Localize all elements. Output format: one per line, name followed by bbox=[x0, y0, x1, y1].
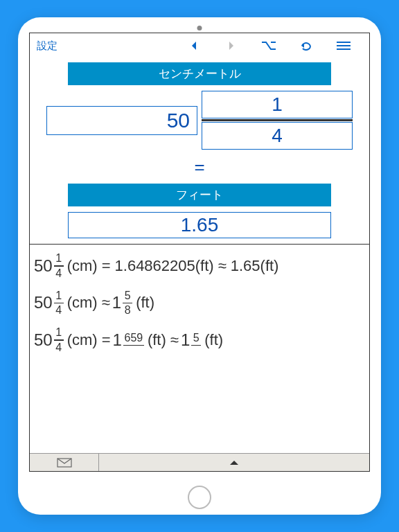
relation-symbol: = bbox=[102, 258, 111, 274]
decimal-value: 1.64862205(ft) bbox=[115, 258, 214, 274]
bottom-bar bbox=[30, 453, 369, 471]
whole-number-input[interactable]: 50 bbox=[46, 106, 197, 135]
denominator-input[interactable]: 4 bbox=[202, 122, 353, 150]
relation-symbol: ≈ bbox=[170, 332, 179, 348]
relation-symbol: ≈ bbox=[102, 294, 110, 311]
triangle-up-icon bbox=[229, 460, 239, 466]
input-row: 50 1 4 bbox=[37, 91, 362, 150]
caret-left-icon bbox=[190, 41, 197, 51]
denominator-value: 4 bbox=[55, 268, 62, 279]
denominator-value: 8 bbox=[125, 305, 131, 316]
numerator-value: 1 bbox=[55, 290, 62, 301]
mixed-fraction: 50 1 4 bbox=[34, 327, 65, 353]
settings-button[interactable]: 設定 bbox=[37, 39, 57, 53]
fraction-bar bbox=[54, 265, 64, 267]
mixed-fraction: 50 1 4 bbox=[34, 290, 65, 317]
fraction-bar bbox=[123, 345, 144, 346]
mixed-fraction: 1 659 bbox=[113, 331, 145, 349]
equals-sign: = bbox=[37, 157, 362, 178]
history-line: 50 1 4 (cm) ≈ 1 5 8 ( bbox=[34, 290, 365, 317]
result-output[interactable]: 1.65 bbox=[68, 212, 331, 238]
numerator-value: 659 bbox=[125, 332, 143, 344]
mixed-fraction: 1 5 8 bbox=[112, 290, 134, 317]
fraction-part: 5 8 bbox=[123, 290, 132, 317]
envelope-icon bbox=[57, 458, 72, 468]
undo-button[interactable] bbox=[287, 35, 325, 57]
denominator-value: 4 bbox=[55, 342, 62, 353]
whole-value: 1 bbox=[113, 331, 122, 349]
conversion-panel: センチメートル 50 1 4 = フィート 1.65 bbox=[30, 58, 369, 244]
home-button[interactable] bbox=[188, 486, 211, 509]
expand-panel-button[interactable] bbox=[99, 454, 369, 471]
fraction-bar bbox=[54, 303, 64, 304]
hamburger-menu-icon bbox=[337, 42, 351, 50]
camera-dot bbox=[197, 26, 202, 30]
history-panel: 50 1 4 (cm) = 1.64862205(ft) ≈ 1.65(ft) … bbox=[30, 244, 369, 453]
fraction-bar bbox=[54, 339, 64, 341]
unit-label: (cm) bbox=[67, 258, 98, 274]
unit-label: (ft) bbox=[148, 332, 166, 348]
numerator-value: 5 bbox=[193, 332, 200, 344]
numerator-value: 1 bbox=[55, 327, 62, 338]
numerator-value: 1 bbox=[55, 253, 62, 264]
whole-value: 50 bbox=[34, 257, 53, 275]
fraction-bar bbox=[191, 345, 201, 346]
history-forward-button bbox=[213, 35, 250, 57]
mixed-fraction: 50 1 4 bbox=[34, 253, 65, 279]
caret-right-icon bbox=[228, 41, 235, 51]
unit-label: (cm) bbox=[67, 294, 98, 311]
undo-icon bbox=[299, 41, 313, 51]
mail-button[interactable] bbox=[30, 454, 99, 471]
fraction-column: 1 4 bbox=[202, 91, 353, 150]
from-unit-banner[interactable]: センチメートル bbox=[68, 62, 331, 85]
to-unit-banner[interactable]: フィート bbox=[68, 184, 331, 206]
history-back-button[interactable] bbox=[175, 35, 213, 57]
relation-symbol: = bbox=[102, 332, 111, 348]
toolbar: 設定 bbox=[30, 33, 369, 58]
option-key-icon bbox=[261, 41, 276, 51]
fraction-part: 1 4 bbox=[54, 290, 64, 317]
mixed-fraction: 1 5 bbox=[181, 331, 202, 349]
whole-value: 50 bbox=[34, 294, 53, 312]
numerator-input[interactable]: 1 bbox=[202, 91, 353, 118]
option-key-button[interactable] bbox=[250, 35, 287, 57]
whole-value: 1 bbox=[181, 331, 190, 349]
numerator-value: 5 bbox=[125, 290, 131, 301]
fraction-part: 659 bbox=[123, 332, 144, 348]
fraction-part: 1 4 bbox=[54, 327, 64, 353]
whole-value: 50 bbox=[34, 331, 53, 349]
history-line: 50 1 4 (cm) = 1 659 bbox=[34, 327, 365, 353]
denominator-value: 4 bbox=[55, 305, 62, 316]
unit-label: (ft) bbox=[204, 332, 223, 348]
whole-value: 1 bbox=[112, 294, 121, 312]
app-screen: 設定 センチメートル bbox=[29, 33, 370, 472]
fraction-part: 1 4 bbox=[54, 253, 64, 279]
toolbar-nav-group bbox=[175, 35, 362, 57]
fraction-part: 5 bbox=[191, 332, 201, 348]
rounded-value: 1.65(ft) bbox=[231, 258, 279, 274]
relation-symbol: ≈ bbox=[218, 258, 227, 274]
unit-label: (ft) bbox=[136, 294, 154, 311]
fraction-bar bbox=[202, 119, 353, 121]
menu-button[interactable] bbox=[325, 35, 362, 57]
fraction-bar bbox=[123, 303, 132, 304]
unit-label: (cm) bbox=[67, 332, 98, 348]
tablet-frame: 設定 センチメートル bbox=[18, 17, 381, 515]
history-line: 50 1 4 (cm) = 1.64862205(ft) ≈ 1.65(ft) bbox=[34, 253, 365, 279]
